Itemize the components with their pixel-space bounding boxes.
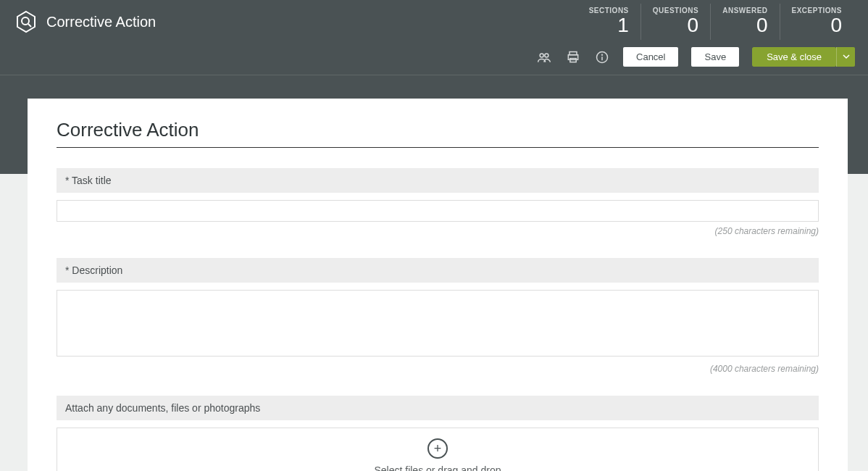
top-bar: Corrective Action SECTIONS 1 QUESTIONS 0… — [0, 0, 868, 43]
form-card: Corrective Action * Task title (250 char… — [28, 99, 848, 471]
stat-questions: QUESTIONS 0 — [640, 4, 710, 40]
magnifier-hex-icon — [14, 10, 38, 33]
save-close-dropdown[interactable] — [836, 47, 855, 67]
description-label: * Description — [57, 258, 819, 283]
people-icon[interactable] — [536, 49, 552, 65]
description-remaining: (4000 characters remaining) — [57, 364, 819, 374]
content-scroll[interactable]: Corrective Action * Task title (250 char… — [0, 75, 868, 471]
print-icon[interactable] — [565, 49, 581, 65]
svg-point-3 — [540, 54, 543, 57]
form-heading: Corrective Action — [57, 119, 819, 148]
svg-marker-0 — [17, 12, 35, 32]
brand: Corrective Action — [14, 10, 156, 33]
plus-circle-icon: + — [427, 438, 448, 459]
action-bar: Cancel Save Save & close — [0, 43, 868, 75]
page-title: Corrective Action — [46, 14, 156, 30]
description-input[interactable] — [57, 290, 819, 357]
info-icon[interactable] — [594, 49, 610, 65]
save-close-button[interactable]: Save & close — [752, 47, 836, 67]
svg-rect-7 — [570, 58, 576, 62]
caret-down-icon — [843, 51, 850, 62]
stat-sections: SECTIONS 1 — [575, 4, 640, 40]
task-title-input[interactable] — [57, 200, 819, 222]
stat-value: 0 — [653, 14, 698, 37]
stats-bar: SECTIONS 1 QUESTIONS 0 ANSWERED 0 EXCEPT… — [575, 4, 854, 40]
attachments-label: Attach any documents, files or photograp… — [57, 396, 819, 420]
field-task-title: * Task title (250 characters remaining) — [57, 168, 819, 236]
field-attachments: Attach any documents, files or photograp… — [57, 396, 819, 471]
attachments-dropzone[interactable]: + Select files or drag and drop — [57, 428, 819, 471]
svg-line-2 — [28, 24, 31, 27]
stat-value: 1 — [587, 14, 629, 37]
cancel-button[interactable]: Cancel — [623, 47, 678, 67]
stat-answered: ANSWERED 0 — [710, 4, 779, 40]
svg-point-4 — [545, 54, 548, 57]
stat-exceptions: EXCEPTIONS 0 — [780, 4, 854, 40]
task-title-label: * Task title — [57, 168, 819, 193]
dropzone-text: Select files or drag and drop — [374, 464, 501, 471]
save-close-group: Save & close — [752, 47, 855, 67]
stat-value: 0 — [722, 14, 767, 37]
field-description: * Description (4000 characters remaining… — [57, 258, 819, 374]
save-button[interactable]: Save — [691, 47, 739, 67]
svg-point-10 — [602, 54, 603, 55]
stat-value: 0 — [792, 14, 842, 37]
svg-point-1 — [22, 17, 29, 25]
task-title-remaining: (250 characters remaining) — [57, 226, 819, 236]
